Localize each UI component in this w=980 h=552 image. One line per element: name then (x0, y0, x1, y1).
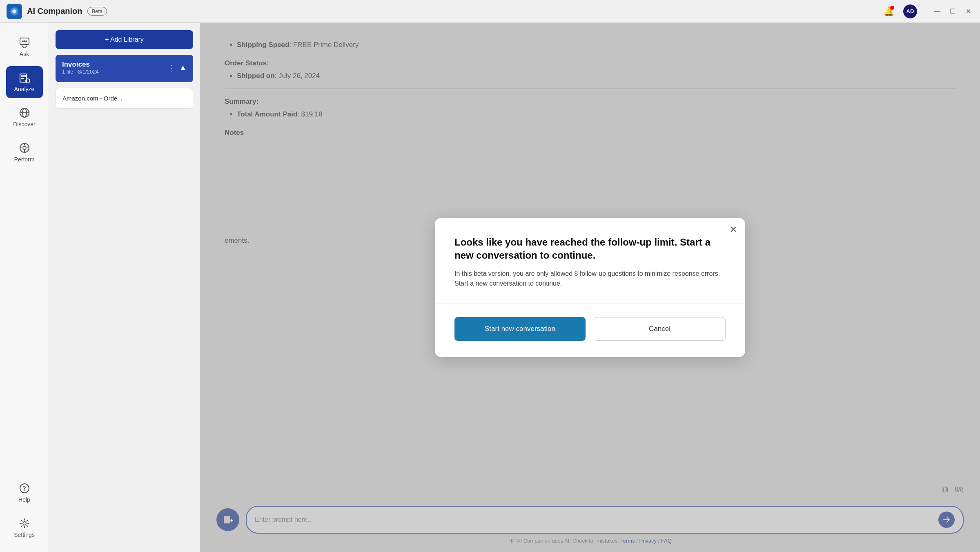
library-item: Invoices 1 file - 8/1/2024 ⋮ ▲ (56, 55, 193, 82)
modal-dialog: ✕ Looks like you have reached the follow… (435, 218, 745, 357)
modal-divider (435, 304, 745, 304)
svg-rect-7 (21, 75, 26, 76)
sidebar-item-analyze[interactable]: Analyze (6, 66, 43, 98)
minimize-button[interactable]: — (932, 6, 942, 17)
library-item-menu-icon[interactable]: ⋮ (168, 63, 176, 73)
beta-badge: Beta (87, 7, 107, 16)
library-item-controls: ⋮ ▲ (168, 63, 187, 73)
document-item[interactable]: Amazon.com - Orde... (56, 88, 193, 109)
svg-point-4 (24, 40, 25, 42)
title-bar: AI Companion Beta 🔔 AD — ☐ ✕ (0, 0, 980, 23)
library-item-collapse-icon[interactable]: ▲ (179, 63, 187, 72)
document-item-name: Amazon.com - Orde... (62, 95, 122, 102)
svg-rect-9 (21, 78, 24, 79)
library-item-subtitle: 1 file - 8/1/2024 (62, 69, 99, 75)
sidebar-item-help[interactable]: ? Help (6, 477, 43, 509)
sidebar-item-ask-label: Ask (20, 51, 29, 57)
modal-body: In this beta version, you are only allow… (454, 269, 726, 289)
content-area: Shipping Speed: FREE Prime Delivery Orde… (200, 23, 980, 552)
svg-text:?: ? (23, 485, 26, 492)
svg-point-1 (12, 9, 16, 13)
sidebar-item-perform[interactable]: Perform (6, 136, 43, 168)
svg-rect-8 (21, 76, 26, 77)
modal-title: Looks like you have reached the follow-u… (454, 236, 726, 262)
modal-close-button[interactable]: ✕ (730, 225, 737, 234)
app-logo (7, 4, 22, 19)
notification-icon[interactable]: 🔔 (882, 5, 895, 18)
cancel-button[interactable]: Cancel (594, 317, 726, 341)
sidebar-item-perform-label: Perform (14, 156, 35, 163)
sidebar-item-settings-label: Settings (14, 532, 35, 538)
main-layout: Ask Analyze Discover (0, 23, 980, 552)
sidebar-item-help-label: Help (18, 496, 30, 503)
library-item-header: Invoices 1 file - 8/1/2024 ⋮ ▲ (62, 60, 187, 75)
modal-overlay: ✕ Looks like you have reached the follow… (200, 23, 980, 552)
title-bar-left: AI Companion Beta (7, 4, 107, 19)
library-item-title: Invoices (62, 60, 99, 69)
title-bar-right: 🔔 AD — ☐ ✕ (882, 4, 973, 18)
svg-point-3 (22, 40, 24, 42)
library-item-title-wrap: Invoices 1 file - 8/1/2024 (62, 60, 99, 75)
sidebar-item-settings[interactable]: Settings (6, 512, 43, 544)
modal-actions: Start new conversation Cancel (454, 317, 726, 341)
start-new-conversation-button[interactable]: Start new conversation (454, 317, 586, 341)
sidebar-item-ask[interactable]: Ask (6, 31, 43, 63)
notification-dot (890, 6, 894, 10)
svg-point-15 (23, 146, 26, 150)
sidebar-item-analyze-label: Analyze (14, 86, 35, 92)
library-panel: + Add Library Invoices 1 file - 8/1/2024… (49, 23, 200, 552)
user-avatar: AD (903, 4, 917, 18)
add-library-button[interactable]: + Add Library (56, 30, 193, 49)
svg-point-22 (23, 522, 26, 525)
app-title: AI Companion (27, 7, 82, 16)
maximize-button[interactable]: ☐ (947, 6, 958, 17)
sidebar-nav: Ask Analyze Discover (0, 23, 49, 552)
window-controls: — ☐ ✕ (932, 6, 973, 17)
sidebar-item-discover-label: Discover (13, 121, 35, 127)
close-button[interactable]: ✕ (963, 6, 973, 17)
sidebar-item-discover[interactable]: Discover (6, 101, 43, 133)
svg-point-5 (25, 40, 27, 42)
